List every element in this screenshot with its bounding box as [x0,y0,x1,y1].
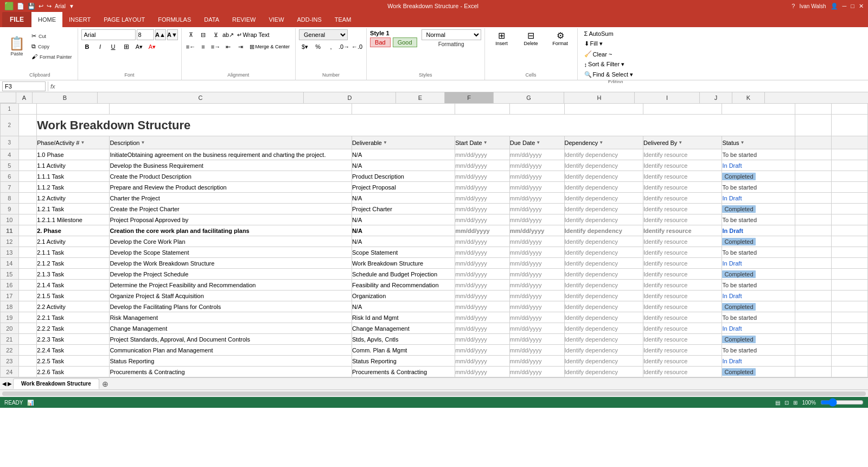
cell-deliv-14[interactable]: Work Breakdown Structure [352,258,455,269]
layout-page-icon[interactable]: ⊡ [784,400,789,406]
cell-phase-19[interactable]: 2.2.1 Task [37,312,110,323]
decrease-font-btn[interactable]: A▼ [167,29,178,40]
insert-cells-button[interactable]: ⊞ Insert [488,29,515,47]
cell-due-17[interactable]: mm/dd/yyyy [509,291,564,301]
cell-k20[interactable] [831,323,867,334]
cell-deliv-23[interactable]: Status Reporting [352,356,455,367]
cell-desc-12[interactable]: Develop the Core Work Plan [110,236,352,247]
format-painter-button[interactable]: 🖌 Format Painter [29,52,74,61]
cell-deliv-4[interactable]: N/A [352,149,455,160]
delete-cells-button[interactable]: ⊟ Delete [518,29,545,47]
cell-a4[interactable] [18,149,37,160]
cell-phase-8[interactable]: 1.2 Activity [37,193,110,204]
col-header-k[interactable]: K [732,92,765,103]
cell-start-5[interactable]: mm/dd/yyyy [455,160,510,171]
cell-due-8[interactable]: mm/dd/yyyy [509,193,564,204]
cell-j14[interactable] [795,258,831,269]
tab-add-ins[interactable]: ADD-INS [291,12,328,27]
cell-k12[interactable] [831,236,867,247]
cell-j8[interactable] [795,193,831,204]
cell-j19[interactable] [795,312,831,323]
cell-a3[interactable] [18,136,37,149]
cell-delby-13[interactable]: Identify resource [643,247,722,258]
cell-k5[interactable] [831,160,867,171]
bold-button[interactable]: B [81,41,93,52]
cell-dep-11[interactable]: Identify dependency [564,225,643,236]
fill-color-button[interactable]: A▾ [133,41,145,52]
cell-due-6[interactable]: mm/dd/yyyy [509,171,564,182]
cell-j7[interactable] [795,182,831,193]
cell-a8[interactable] [18,193,37,204]
cell-j6[interactable] [795,171,831,182]
cell-dep-10[interactable]: Identify dependency [564,214,643,225]
header-description[interactable]: Description ▼ [110,136,352,149]
cell-status-8[interactable]: In Draft [722,193,795,204]
cell-a2[interactable] [18,115,37,136]
cell-phase-11[interactable]: 2. Phase [37,225,110,236]
cell-status-23[interactable]: In Draft [722,356,795,367]
cell-delby-23[interactable]: Identify resource [643,356,722,367]
cell-k23[interactable] [831,356,867,367]
cell-dep-24[interactable]: Identify dependency [564,367,643,377]
orientation-btn[interactable]: ab↗ [222,29,234,40]
cell-e1[interactable] [455,104,510,115]
cell-a14[interactable] [18,258,37,269]
currency-btn[interactable]: $▾ [299,41,311,52]
cell-k17[interactable] [831,291,867,301]
horizontal-scrollbar[interactable] [0,389,868,397]
cell-dep-19[interactable]: Identify dependency [564,312,643,323]
cell-a17[interactable] [18,291,37,301]
col-header-h[interactable]: H [564,92,635,103]
cell-start-11[interactable]: mm/dd/yyyy [455,225,510,236]
tab-data[interactable]: DATA [197,12,226,27]
cell-start-16[interactable]: mm/dd/yyyy [455,280,510,291]
cell-due-11[interactable]: mm/dd/yyyy [509,225,564,236]
cell-delby-4[interactable]: Identify resource [643,149,722,160]
cell-i1[interactable] [722,104,795,115]
cell-due-14[interactable]: mm/dd/yyyy [509,258,564,269]
cell-delby-19[interactable]: Identify resource [643,312,722,323]
cell-a7[interactable] [18,182,37,193]
cell-desc-19[interactable]: Risk Management [110,312,352,323]
cell-start-22[interactable]: mm/dd/yyyy [455,345,510,356]
increase-indent-btn[interactable]: ⇥ [235,41,247,52]
cell-start-20[interactable]: mm/dd/yyyy [455,323,510,334]
cell-desc-7[interactable]: Prepare and Review the Product descripti… [110,182,352,193]
cell-status-19[interactable]: To be started [722,312,795,323]
col-header-e[interactable]: E [396,92,445,103]
cell-j20[interactable] [795,323,831,334]
cell-a18[interactable] [18,301,37,312]
cell-k22[interactable] [831,345,867,356]
header-k3[interactable] [831,136,867,149]
cell-a9[interactable] [18,204,37,214]
font-name-input[interactable] [81,29,136,40]
percent-btn[interactable]: % [312,41,324,52]
cell-status-4[interactable]: To be started [722,149,795,160]
bad-style-btn[interactable]: Bad [370,37,391,47]
cell-j22[interactable] [795,345,831,356]
cell-dep-5[interactable]: Identify dependency [564,160,643,171]
cell-j18[interactable] [795,301,831,312]
cell-phase-10[interactable]: 1.2.1.1 Milestone [37,214,110,225]
cell-phase-5[interactable]: 1.1 Activity [37,160,110,171]
cell-delby-17[interactable]: Identify resource [643,291,722,301]
cell-phase-17[interactable]: 2.1.5 Task [37,291,110,301]
cell-due-22[interactable]: mm/dd/yyyy [509,345,564,356]
cell-dep-23[interactable]: Identify dependency [564,356,643,367]
cell-k19[interactable] [831,312,867,323]
comma-btn[interactable]: , [325,41,337,52]
cell-a20[interactable] [18,323,37,334]
cell-desc-16[interactable]: Determine the Project Feasibility and Re… [110,280,352,291]
cell-deliv-24[interactable]: Procurements & Contracting [352,367,455,377]
cell-desc-9[interactable]: Create the Project Charter [110,204,352,214]
cell-delby-12[interactable]: Identify resource [643,236,722,247]
cell-j1[interactable] [795,104,831,115]
cell-desc-18[interactable]: Develop the Facilitating Plans for Contr… [110,301,352,312]
cell-k7[interactable] [831,182,867,193]
undo-icon[interactable]: ↩ [39,3,43,10]
col-header-c[interactable]: C [98,92,304,103]
cell-status-16[interactable]: To be started [722,280,795,291]
col-header-g[interactable]: G [494,92,564,103]
align-top-btn[interactable]: ⊼ [185,29,197,40]
add-sheet-button[interactable]: ⊕ [100,379,110,389]
